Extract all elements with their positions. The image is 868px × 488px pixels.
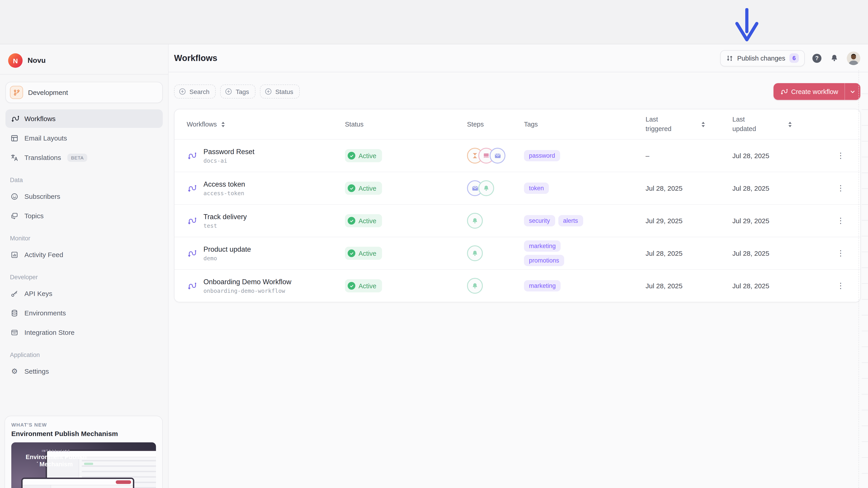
tag-pill: marketing (524, 280, 561, 291)
search-filter-chip[interactable]: Search (174, 85, 216, 98)
last-updated-value: Jul 28, 2025 (733, 282, 834, 290)
last-updated-value: Jul 29, 2025 (733, 217, 834, 225)
sidebar-item-subscribers[interactable]: Subscribers (5, 187, 163, 205)
check-icon (348, 217, 355, 225)
app-canvas: N Novu Development (0, 0, 868, 488)
sidebar-item-label: Integration Store (24, 328, 74, 336)
chevron-down-icon[interactable] (844, 83, 860, 100)
create-workflow-label: Create workflow (791, 88, 838, 95)
brand-row: N Novu (5, 51, 163, 74)
sidebar-item-topics[interactable]: Topics (5, 206, 163, 225)
tag-pill: promotions (524, 255, 564, 266)
whats-new-card[interactable]: WHAT'S NEW Environment Publish Mechanism… (4, 416, 163, 488)
tags-filter-label: Tags (236, 88, 249, 95)
database-icon (10, 308, 19, 318)
search-filter-label: Search (189, 88, 210, 95)
section-title-developer: Developer (10, 274, 158, 281)
app-window: N Novu Development (0, 44, 868, 488)
sidebar-item-environments[interactable]: Environments (5, 304, 163, 322)
whats-new-title: Environment Publish Mechanism (11, 430, 156, 437)
check-icon (348, 282, 355, 290)
tags-cell: security alerts (524, 215, 602, 226)
workflow-slug: docs-ai (204, 157, 254, 164)
column-header-last-updated[interactable]: Last updated (733, 115, 834, 134)
table-row[interactable]: Password Reset docs-ai Active (175, 139, 860, 172)
face-icon (10, 192, 19, 201)
table-row[interactable]: Access token access-token Active (175, 172, 860, 204)
status-badge: Active (345, 279, 382, 292)
table-header-row: Workflows Status Steps Tags (175, 109, 860, 139)
workflow-name: Access token (204, 180, 245, 189)
plus-circle-icon (265, 88, 272, 95)
column-header-steps: Steps (467, 121, 524, 128)
tag-pill: password (524, 150, 560, 161)
bell-icon[interactable] (829, 53, 839, 63)
environment-label: Development (28, 89, 68, 96)
sidebar-item-activity-feed[interactable]: Activity Feed (5, 246, 163, 264)
sidebar-item-email-layouts[interactable]: Email Layouts (5, 129, 163, 147)
sort-icon[interactable] (221, 121, 225, 127)
workflow-slug: access-token (204, 190, 245, 197)
last-triggered-value: – (646, 152, 733, 160)
plus-circle-icon (225, 88, 232, 95)
tag-pill: alerts (558, 215, 583, 226)
tag-pill: token (524, 183, 549, 194)
sidebar-item-integration-store[interactable]: Integration Store (5, 323, 163, 341)
workflow-icon (780, 88, 787, 95)
filter-chips: Search Tags (174, 85, 300, 98)
status-filter-label: Status (275, 88, 293, 95)
row-menu-button[interactable]: ⋮ (834, 149, 848, 162)
row-menu-button[interactable]: ⋮ (834, 247, 848, 260)
brand-name: Novu (28, 57, 46, 65)
last-updated-value: Jul 28, 2025 (733, 250, 834, 257)
sidebar-item-api-keys[interactable]: API Keys (5, 284, 163, 303)
annotation-arrow-icon (733, 8, 761, 53)
column-header-last-triggered[interactable]: Last triggered (646, 115, 733, 134)
table-row[interactable]: Product update demo Active (175, 237, 860, 269)
status-badge: Active (345, 247, 382, 260)
table-row[interactable]: Onboarding Demo Workflow onboarding-demo… (175, 269, 860, 302)
column-header-workflows[interactable]: Workflows (187, 121, 345, 128)
row-menu-button[interactable]: ⋮ (834, 214, 848, 228)
sort-icon[interactable] (701, 121, 705, 127)
email-step-icon (490, 148, 505, 164)
swap-arrows-icon (726, 55, 733, 62)
workflow-slug: demo (204, 255, 251, 262)
steps-cell (467, 246, 524, 261)
table-row[interactable]: Track delivery test Active (175, 204, 860, 237)
workflows-table: Workflows Status Steps Tags (174, 109, 861, 302)
inapp-step-icon (467, 278, 483, 294)
user-avatar[interactable] (847, 51, 860, 65)
row-menu-button[interactable]: ⋮ (834, 182, 848, 195)
row-menu-button[interactable]: ⋮ (834, 279, 848, 293)
create-workflow-button[interactable]: Create workflow (774, 83, 860, 100)
status-filter-chip[interactable]: Status (260, 85, 300, 98)
tags-cell: marketing (524, 280, 602, 291)
sort-icon[interactable] (788, 121, 792, 127)
page-header: Workflows Publish changes 6 (168, 44, 868, 72)
translate-icon (10, 153, 19, 162)
environment-picker[interactable]: Development (5, 82, 163, 103)
sidebar: N Novu Development (0, 44, 168, 488)
tag-pill: security (524, 215, 555, 226)
check-icon (348, 250, 355, 257)
promo-kicker: INTRODUCING (11, 449, 101, 452)
last-triggered-value: Jul 28, 2025 (646, 250, 733, 257)
sidebar-item-label: Translations (24, 154, 61, 161)
help-icon[interactable]: ? (812, 54, 822, 63)
sidebar-item-settings[interactable]: ⚙ Settings (5, 362, 163, 381)
sidebar-item-workflows[interactable]: Workflows (5, 109, 163, 128)
tags-filter-chip[interactable]: Tags (220, 85, 255, 98)
last-triggered-value: Jul 28, 2025 (646, 184, 733, 192)
sidebar-item-label: Activity Feed (24, 251, 63, 258)
whats-new-image: INTRODUCING Environment Publish Mechanis… (11, 442, 156, 488)
steps-cell (467, 278, 524, 294)
tag-pill: marketing (524, 240, 561, 252)
tags-cell: token (524, 183, 602, 194)
publish-changes-button[interactable]: Publish changes 6 (720, 50, 805, 66)
plus-circle-icon (179, 88, 186, 95)
last-updated-value: Jul 28, 2025 (733, 184, 834, 192)
sidebar-item-translations[interactable]: Translations BETA (5, 148, 163, 167)
chat-icon (10, 211, 19, 220)
check-icon (348, 152, 355, 160)
